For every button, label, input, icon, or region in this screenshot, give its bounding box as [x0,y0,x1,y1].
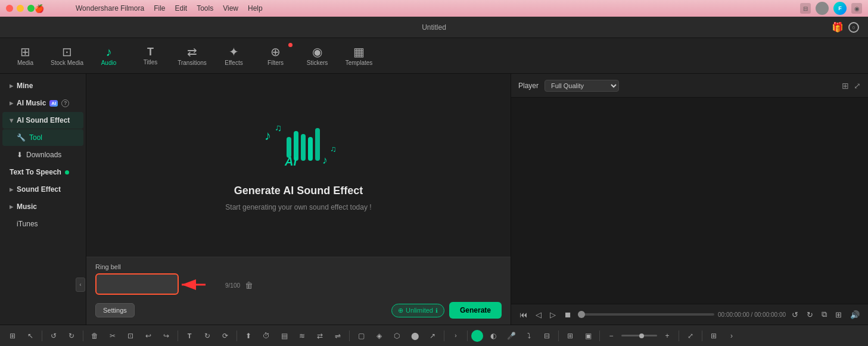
bt-cursor-icon[interactable]: ↖ [23,328,38,344]
bt-track-color-indicator[interactable] [471,330,483,342]
menu-view[interactable]: View [218,4,243,13]
menu-file[interactable]: File [149,4,170,13]
bt-arrow-icon[interactable]: ↗ [425,328,440,344]
untitled-right: 🎁 ○ [832,21,859,33]
menu-app-name[interactable]: Wondershare Filmora [71,4,149,13]
bt-redo2-icon[interactable]: ↪ [158,328,174,344]
bt-arrows-icon[interactable]: ⇄ [312,328,328,344]
bt-redo-icon[interactable]: ↻ [64,328,79,344]
sidebar-music-label: Music [17,202,37,211]
stop-button[interactable]: ⏹ [562,309,574,320]
bt-palette-icon[interactable]: ◐ [486,328,501,344]
generate-area: ♪ ♫ AI ♪ ♫ Generate AI Sound Effect Star… [86,74,511,257]
toolbar-templates[interactable]: ▦ Templates [340,40,378,71]
toolbar-effects[interactable]: ✦ Effects [214,40,253,71]
bt-sep-10 [679,331,679,341]
sidebar-item-text-to-speech[interactable]: Text To Speech [2,164,83,180]
maximize-button[interactable] [27,5,35,12]
volume-button[interactable]: 🔊 [848,309,862,320]
bt-more-icon[interactable]: › [448,328,463,344]
settings-button[interactable]: Settings [95,303,135,317]
progress-bar[interactable] [578,313,714,316]
redo-button[interactable]: ↻ [804,309,816,320]
notification-icon[interactable]: ○ [848,22,859,33]
bt-brush-icon[interactable]: ⬤ [407,328,422,344]
menu-edit[interactable]: Edit [170,4,192,13]
toolbar-titles[interactable]: T Titles [131,40,170,71]
grid-view-icon[interactable]: ⊞ [842,81,849,91]
sidebar-ai-sound-label: AI Sound Effect [17,116,70,124]
trash-icon[interactable]: 🗑 [245,280,253,290]
bt-insert-icon[interactable]: ⤵ [521,328,537,344]
bt-mask-icon[interactable]: ⬡ [389,328,405,344]
bt-timer-icon[interactable]: ⏱ [259,328,274,344]
close-button[interactable] [6,5,13,12]
bt-undo2-icon[interactable]: ↩ [141,328,156,344]
bt-text-icon[interactable]: T [182,328,197,344]
bt-loop-icon[interactable]: ↻ [200,328,215,344]
bt-loop2-icon[interactable]: ⟳ [217,328,233,344]
bt-delete-icon[interactable]: 🗑 [87,328,102,344]
bt-crop-icon[interactable]: ⊡ [123,328,138,344]
fullscreen-icon[interactable]: ⤢ [854,81,861,91]
bt-wave-icon[interactable]: ≋ [294,328,310,344]
bt-layout-icon[interactable]: ▢ [353,328,369,344]
clip-button[interactable]: ⧉ [819,308,829,320]
sidebar-collapse-button[interactable]: ‹ [76,278,85,292]
unlimited-button[interactable]: ⊕ Unlimited ℹ [391,304,444,317]
bt-expand-icon[interactable]: ⤢ [683,328,698,344]
bt-grid-icon[interactable]: ⊞ [5,328,20,344]
sound-effect-input[interactable] [95,273,179,295]
filmora-logo[interactable]: F [833,2,847,15]
sidebar-item-itunes[interactable]: iTunes [2,216,83,232]
toolbar-media[interactable]: ⊞ Media [6,40,45,71]
bt-undo-icon[interactable]: ↺ [46,328,61,344]
play-back-frame-button[interactable]: ◁ [533,309,544,320]
bt-sticker-icon[interactable]: ◈ [371,328,387,344]
titlebar-right-controls: ⊟ F ◉ [800,2,862,15]
toolbar-audio[interactable]: ♪ Audio [89,40,128,71]
undo-button[interactable]: ↺ [789,309,801,320]
zoom-fit-button[interactable]: ⊞ [833,309,844,320]
chevron-right-icon-ai: ▶ [10,101,13,106]
toolbar-templates-wrap: ▦ Templates [340,40,378,71]
sidebar-item-ai-sound-effect[interactable]: ▶ AI Sound Effect [2,112,83,129]
bt-zoom-out-icon[interactable]: − [603,328,619,344]
gift-icon[interactable]: 🎁 [832,21,844,33]
bt-grid2-icon[interactable]: ⊞ [706,328,721,344]
bt-layout2-icon[interactable]: ▣ [580,328,596,344]
bt-arrow-right-icon[interactable]: › [724,328,739,344]
toolbar-stock-media[interactable]: ⊡ Stock Media [48,40,86,71]
zoom-control [621,335,657,336]
toolbar-transitions[interactable]: ⇄ Transitions [173,40,211,71]
bt-export-icon[interactable]: ⬆ [241,328,256,344]
sidebar-item-downloads[interactable]: ⬇ Downloads [2,146,83,163]
sidebar-item-mine[interactable]: ▶ Mine [2,77,83,94]
bt-arrows2-icon[interactable]: ⇌ [330,328,346,344]
window-tile-icon[interactable]: ⊟ [800,3,811,14]
skip-back-button[interactable]: ⏮ [517,309,530,320]
sidebar-item-sound-effect[interactable]: ▶ Sound Effect [2,181,83,198]
help-icon[interactable]: ? [61,99,69,107]
zoom-slider[interactable] [621,335,657,336]
bt-screen-icon[interactable]: ⊞ [562,328,578,344]
bt-scissors-icon[interactable]: ✂ [105,328,120,344]
expand-window-icon[interactable]: ◉ [851,3,862,14]
sidebar-item-tool[interactable]: 🔧 Tool [2,129,83,146]
minimize-button[interactable] [17,5,24,12]
menu-help[interactable]: Help [243,4,267,13]
bt-zoom-in-icon[interactable]: + [659,328,675,344]
traffic-lights [6,5,35,12]
bt-mic-icon[interactable]: 🎤 [503,328,519,344]
bt-caption-icon[interactable]: ⊟ [539,328,555,344]
generate-button[interactable]: Generate [449,302,502,319]
sidebar-item-ai-music[interactable]: ▶ AI Music AI ? [2,95,83,111]
bt-speaker-icon[interactable]: ▤ [276,328,292,344]
menu-tools[interactable]: Tools [192,4,218,13]
sidebar-item-music[interactable]: ▶ Music [2,198,83,215]
toolbar-stickers[interactable]: ◉ Stickers [298,40,337,71]
quality-select[interactable]: Full Quality High Quality Medium Quality… [545,80,619,92]
transitions-icon: ⇄ [187,46,197,58]
user-avatar[interactable] [816,2,829,15]
play-forward-frame-button[interactable]: ▷ [547,309,558,320]
